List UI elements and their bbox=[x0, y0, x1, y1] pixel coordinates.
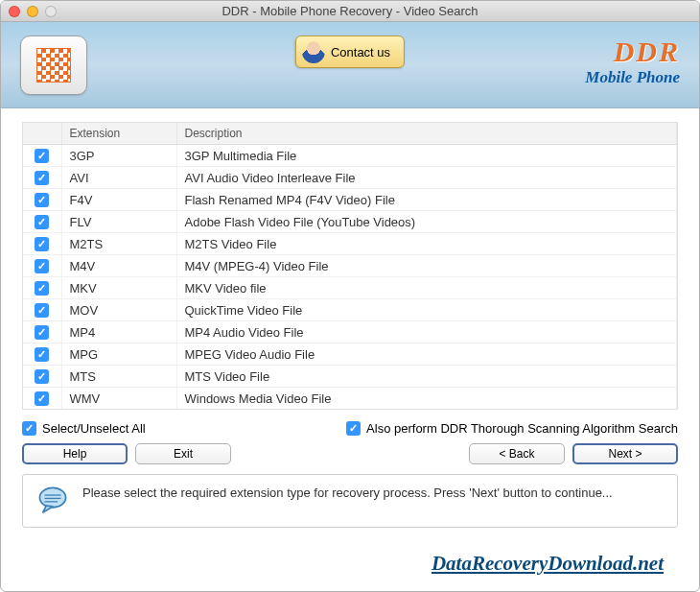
hint-text: Please select the required extension typ… bbox=[82, 485, 664, 502]
window-title: DDR - Mobile Phone Recovery - Video Sear… bbox=[1, 4, 699, 18]
close-icon[interactable] bbox=[9, 6, 20, 17]
cell-extension: FLV bbox=[61, 211, 176, 233]
table-row[interactable]: F4VFlash Renamed MP4 (F4V Video) File bbox=[23, 189, 677, 211]
options-row: Select/Unselect All Also perform DDR Tho… bbox=[22, 421, 678, 436]
table-row[interactable]: MTSMTS Video File bbox=[23, 366, 677, 388]
window-controls bbox=[9, 6, 57, 17]
header-banner: Contact us DDR Mobile Phone bbox=[1, 22, 699, 108]
svg-point-0 bbox=[39, 487, 65, 507]
cell-description: M4V (MPEG-4) Video File bbox=[176, 255, 677, 277]
cell-extension: MKV bbox=[61, 277, 176, 299]
minimize-icon[interactable] bbox=[27, 6, 38, 17]
table-row[interactable]: MPGMPEG Video Audio File bbox=[23, 343, 677, 366]
cell-extension: MP4 bbox=[61, 321, 176, 343]
table-row[interactable]: MP4MP4 Audio Video File bbox=[23, 321, 677, 343]
cell-extension: MOV bbox=[61, 299, 176, 321]
row-checkbox[interactable] bbox=[35, 237, 49, 251]
table-row-empty bbox=[23, 410, 677, 411]
cell-extension: 3GP bbox=[61, 145, 176, 167]
checkbox-icon[interactable] bbox=[22, 421, 36, 436]
cell-description: Windows Media Video File bbox=[176, 388, 677, 410]
cell-description: QuickTime Video File bbox=[176, 299, 677, 321]
cell-description: Adobe Flash Video File (YouTube Videos) bbox=[176, 211, 677, 233]
cell-extension: WMV bbox=[61, 388, 176, 410]
thorough-label: Also perform DDR Thorough Scanning Algor… bbox=[366, 421, 678, 436]
row-checkbox[interactable] bbox=[35, 369, 49, 384]
row-checkbox[interactable] bbox=[35, 259, 49, 273]
row-checkbox[interactable] bbox=[35, 281, 49, 296]
table-row[interactable]: FLVAdobe Flash Video File (YouTube Video… bbox=[23, 211, 677, 233]
table-row[interactable]: M2TSM2TS Video File bbox=[23, 233, 677, 255]
select-all-option[interactable]: Select/Unselect All bbox=[22, 421, 146, 436]
cell-description: 3GP Multimedia File bbox=[176, 145, 677, 167]
header-description[interactable]: Description bbox=[176, 123, 677, 145]
watermark: DataRecoveryDownload.net bbox=[432, 552, 664, 576]
cell-extension: MPG bbox=[61, 343, 176, 366]
button-row: Help Exit < Back Next > bbox=[22, 443, 678, 464]
extension-table: Extension Description 3GP3GP Multimedia … bbox=[22, 122, 678, 410]
header-checkbox bbox=[23, 123, 61, 145]
table-row[interactable]: MKVMKV Video file bbox=[23, 277, 677, 299]
checkbox-icon[interactable] bbox=[346, 421, 361, 436]
table-row[interactable]: MOVQuickTime Video File bbox=[23, 299, 677, 321]
titlebar: DDR - Mobile Phone Recovery - Video Sear… bbox=[1, 1, 699, 22]
cell-description: AVI Audio Video Interleave File bbox=[176, 167, 677, 189]
table-header-row: Extension Description bbox=[23, 123, 677, 145]
select-all-label: Select/Unselect All bbox=[42, 421, 146, 436]
cell-description: MKV Video file bbox=[176, 277, 677, 299]
cell-extension: F4V bbox=[61, 189, 176, 211]
table-row[interactable]: WMVWindows Media Video File bbox=[23, 388, 677, 410]
cell-description: M2TS Video File bbox=[176, 233, 677, 255]
row-checkbox[interactable] bbox=[35, 215, 49, 229]
table-row[interactable]: AVIAVI Audio Video Interleave File bbox=[23, 167, 677, 189]
help-button[interactable]: Help bbox=[22, 443, 128, 464]
cell-extension: M4V bbox=[61, 255, 176, 277]
back-button[interactable]: < Back bbox=[469, 443, 565, 464]
row-checkbox[interactable] bbox=[35, 171, 49, 185]
table-row[interactable]: M4VM4V (MPEG-4) Video File bbox=[23, 255, 677, 277]
cell-description: Flash Renamed MP4 (F4V Video) File bbox=[176, 189, 677, 211]
row-checkbox[interactable] bbox=[35, 325, 49, 340]
person-icon bbox=[302, 40, 325, 63]
thorough-scan-option[interactable]: Also perform DDR Thorough Scanning Algor… bbox=[346, 421, 678, 436]
contact-label: Contact us bbox=[331, 45, 390, 59]
cell-extension: MTS bbox=[61, 366, 176, 388]
brand: DDR Mobile Phone bbox=[585, 37, 680, 87]
row-checkbox[interactable] bbox=[35, 391, 49, 406]
hint-box: Please select the required extension typ… bbox=[22, 474, 678, 528]
brand-main: DDR bbox=[585, 37, 680, 66]
cell-description: MP4 Audio Video File bbox=[176, 321, 677, 343]
next-button[interactable]: Next > bbox=[572, 443, 678, 464]
table-row[interactable]: 3GP3GP Multimedia File bbox=[23, 145, 677, 167]
exit-button[interactable]: Exit bbox=[135, 443, 231, 464]
cell-extension: AVI bbox=[61, 167, 176, 189]
row-checkbox[interactable] bbox=[35, 149, 49, 163]
brand-sub: Mobile Phone bbox=[585, 68, 680, 87]
row-checkbox[interactable] bbox=[35, 193, 49, 207]
app-logo-icon bbox=[36, 48, 71, 83]
app-logo-box bbox=[20, 36, 87, 95]
speech-bubble-icon bbox=[36, 485, 69, 517]
cell-extension: M2TS bbox=[61, 233, 176, 255]
cell-description: MPEG Video Audio File bbox=[176, 343, 677, 366]
content-area: Extension Description 3GP3GP Multimedia … bbox=[1, 108, 699, 591]
maximize-icon bbox=[45, 6, 57, 17]
row-checkbox[interactable] bbox=[35, 347, 49, 362]
cell-description: MTS Video File bbox=[176, 366, 677, 388]
header-extension[interactable]: Extension bbox=[61, 123, 176, 145]
contact-us-button[interactable]: Contact us bbox=[295, 36, 405, 68]
app-window: DDR - Mobile Phone Recovery - Video Sear… bbox=[0, 0, 700, 592]
row-checkbox[interactable] bbox=[35, 303, 49, 318]
